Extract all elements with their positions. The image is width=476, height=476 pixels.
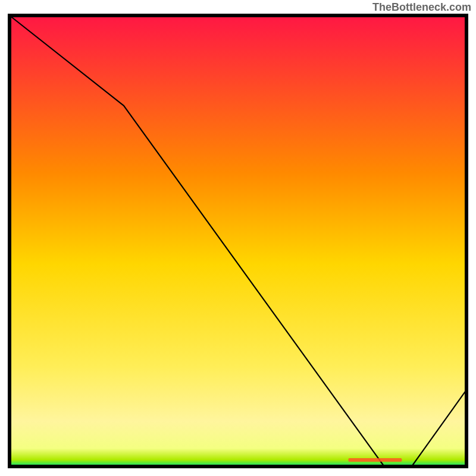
plot-background bbox=[10, 15, 466, 466]
valley-label bbox=[348, 458, 402, 462]
chart-container bbox=[6, 12, 470, 470]
chart-svg bbox=[6, 12, 470, 470]
watermark-text: TheBottleneck.com bbox=[372, 1, 471, 14]
